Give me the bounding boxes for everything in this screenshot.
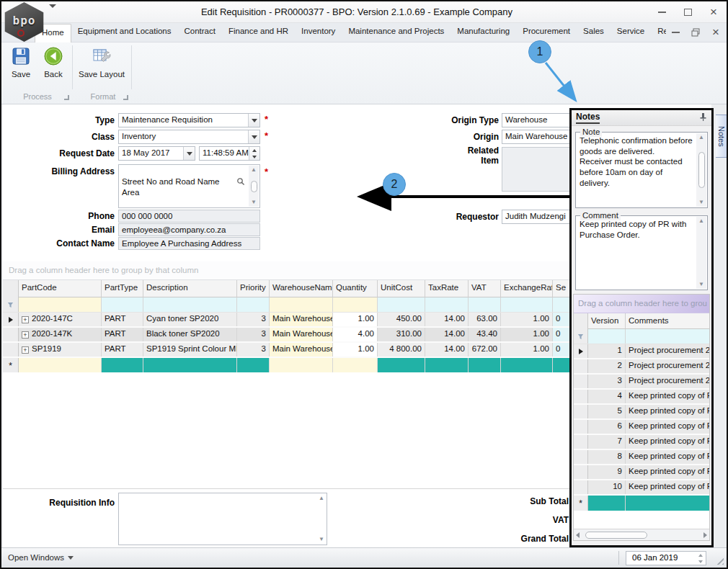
cell-comments[interactable]: Project procurement 2.1. xyxy=(626,344,710,358)
back-button[interactable]: Back xyxy=(37,46,69,79)
process-dialog-launcher-icon[interactable] xyxy=(64,95,69,100)
cell-unitcost[interactable]: 310.00 xyxy=(378,328,425,341)
comment-text[interactable]: Keep printed copy of PR with Purchase Or… xyxy=(577,218,695,288)
cell-taxrate[interactable]: 14.00 xyxy=(425,328,469,341)
cell-parttype[interactable]: PART xyxy=(102,328,143,341)
cell-unitcost[interactable]: 4 800.00 xyxy=(378,343,425,357)
cell-comments[interactable]: Keep printed copy of PR w xyxy=(626,450,710,464)
cell-vat[interactable]: 43.40 xyxy=(469,328,501,341)
cell-description[interactable]: Black toner SP2020 xyxy=(143,328,237,341)
scroll-down-icon[interactable]: ▼ xyxy=(698,282,704,287)
note-scrollbar[interactable]: ▲ ▼ xyxy=(696,133,706,207)
class-combobox[interactable]: Inventory xyxy=(118,130,260,144)
cell-unitcost[interactable]: 450.00 xyxy=(378,313,425,326)
new-row-cell-description[interactable] xyxy=(143,358,237,372)
table-row[interactable]: +SP1919PARTSP1919 Sprint Colour MFC3Main… xyxy=(3,343,573,358)
filter-cell-comments[interactable] xyxy=(626,329,710,344)
save-layout-button[interactable]: Save Layout xyxy=(78,46,125,79)
phone-field[interactable]: 000 000 0000 xyxy=(118,210,260,223)
cell-version[interactable]: 6 xyxy=(588,420,626,434)
notes-side-tab[interactable]: Notes xyxy=(716,115,728,158)
filter-cell-vat[interactable] xyxy=(469,297,501,312)
new-row-cell-vat[interactable] xyxy=(469,358,501,372)
cell-version[interactable]: 4 xyxy=(588,390,626,403)
cell-version[interactable]: 3 xyxy=(588,375,626,388)
cell-comments[interactable]: Keep printed copy of PR w xyxy=(626,435,710,449)
billing-address-field[interactable]: Street No and Road Name Area ▲ ▼ xyxy=(118,164,260,208)
cell-partcode[interactable]: +2020-147K xyxy=(19,328,102,341)
request-time-spinner[interactable]: 11:48:59 AM xyxy=(199,146,260,161)
scroll-thumb[interactable] xyxy=(698,152,705,188)
new-row-cell-comments[interactable] xyxy=(626,496,710,511)
filter-cell-description[interactable] xyxy=(143,297,237,312)
list-item[interactable]: 7Keep printed copy of PR w xyxy=(574,435,709,450)
cell-exchangerate[interactable]: 1.00 xyxy=(501,343,553,357)
ribbon-tab-manufacturing[interactable]: Manufacturing xyxy=(450,23,516,42)
request-date-picker[interactable]: 18 May 2017 xyxy=(118,146,195,161)
ribbon-tab-maintenance-and-projects[interactable]: Maintenance and Projects xyxy=(342,23,450,42)
email-field[interactable]: employeea@company.co.za xyxy=(118,223,260,236)
ribbon-tab-procurement[interactable]: Procurement xyxy=(516,23,577,42)
cell-exchangerate[interactable]: 1.00 xyxy=(501,328,553,341)
filter-cell-priority[interactable] xyxy=(237,297,270,312)
cell-warehousename[interactable]: Main Warehouse xyxy=(270,343,333,357)
new-row-cell-exchangerate[interactable] xyxy=(501,358,553,372)
origin-combobox[interactable]: Main Warehouse xyxy=(502,130,574,144)
cell-warehousename[interactable]: Main Warehouse xyxy=(270,313,333,326)
new-row-cell-parttype[interactable] xyxy=(102,358,143,372)
new-row-cell-taxrate[interactable] xyxy=(425,358,469,372)
scroll-up-icon[interactable]: ▲ xyxy=(319,496,324,501)
cell-vat[interactable]: 63.00 xyxy=(469,313,501,326)
type-dropdown-icon[interactable] xyxy=(248,114,259,127)
note-text[interactable]: Telephonic confirmation before goods are… xyxy=(577,134,695,206)
billing-address-scrollbar[interactable]: ▲ ▼ xyxy=(249,166,259,207)
filter-cell-unitcost[interactable] xyxy=(378,297,425,312)
table-row[interactable]: +2020-147KPARTBlack toner SP20203Main Wa… xyxy=(3,328,573,343)
group-by-band[interactable]: Drag a column header here to group by th… xyxy=(3,261,573,280)
cell-version[interactable]: 1 xyxy=(588,344,626,358)
ribbon-tab-service[interactable]: Service xyxy=(611,23,651,42)
quick-access-dropdown-icon[interactable] xyxy=(49,8,56,21)
window-maximize-button[interactable] xyxy=(682,6,693,18)
table-row[interactable]: +2020-147CPARTCyan toner SP20203Main War… xyxy=(3,313,573,328)
date-spin-buttons[interactable] xyxy=(695,552,706,565)
ribbon-tab-sales[interactable]: Sales xyxy=(577,23,611,42)
request-date-dropdown-icon[interactable] xyxy=(183,147,195,160)
column-header-warehousename[interactable]: WarehouseName xyxy=(270,280,333,297)
filter-cell-quantity[interactable] xyxy=(333,297,378,312)
cell-version[interactable]: 7 xyxy=(588,435,626,449)
origin-type-combobox[interactable]: Warehouse xyxy=(502,113,574,127)
new-row-cell-partcode[interactable] xyxy=(19,358,102,372)
expand-row-icon[interactable]: + xyxy=(22,346,29,354)
cell-version[interactable]: 5 xyxy=(588,405,626,418)
scroll-thumb[interactable] xyxy=(585,532,647,539)
pin-icon[interactable] xyxy=(698,112,707,125)
scroll-right-icon[interactable] xyxy=(703,532,707,538)
filter-cell-version[interactable] xyxy=(588,329,626,344)
window-close-button[interactable]: × xyxy=(708,6,719,18)
column-header-unitcost[interactable]: UnitCost xyxy=(378,280,425,297)
list-item[interactable]: 5Keep printed copy of PR w xyxy=(574,405,709,420)
mdi-minimize-button[interactable] xyxy=(670,27,680,37)
scroll-left-icon[interactable] xyxy=(576,532,580,538)
list-item[interactable]: 2Project procurement 2.1. xyxy=(574,359,709,375)
requestor-field[interactable]: Judith Mudzengi xyxy=(502,210,574,224)
related-item-field[interactable] xyxy=(502,147,574,192)
column-header-exchangerate[interactable]: ExchangeRate xyxy=(501,280,553,297)
billing-address-search-icon[interactable] xyxy=(236,167,245,189)
class-dropdown-icon[interactable] xyxy=(248,130,259,143)
cell-comments[interactable]: Keep printed copy of PR w xyxy=(626,480,710,494)
cell-vat[interactable]: 672.00 xyxy=(469,343,501,357)
filter-cell-parttype[interactable] xyxy=(102,297,143,312)
cell-partcode[interactable]: +2020-147C xyxy=(19,313,102,326)
filter-cell-warehousename[interactable] xyxy=(270,297,333,312)
cell-quantity[interactable]: 1.00 xyxy=(333,313,378,326)
format-dialog-launcher-icon[interactable] xyxy=(123,95,128,100)
cell-comments[interactable]: Keep printed copy of PR w xyxy=(626,465,710,479)
save-button[interactable]: Save xyxy=(6,46,36,79)
cell-comments[interactable]: Project procurement 2.1. xyxy=(626,359,710,373)
ribbon-tab-equipment-and-locations[interactable]: Equipment and Locations xyxy=(71,23,178,42)
contact-name-field[interactable]: Employee A Purchasing Address xyxy=(118,237,260,250)
scroll-down-icon[interactable]: ▼ xyxy=(319,537,324,542)
expand-row-icon[interactable]: + xyxy=(22,331,29,339)
